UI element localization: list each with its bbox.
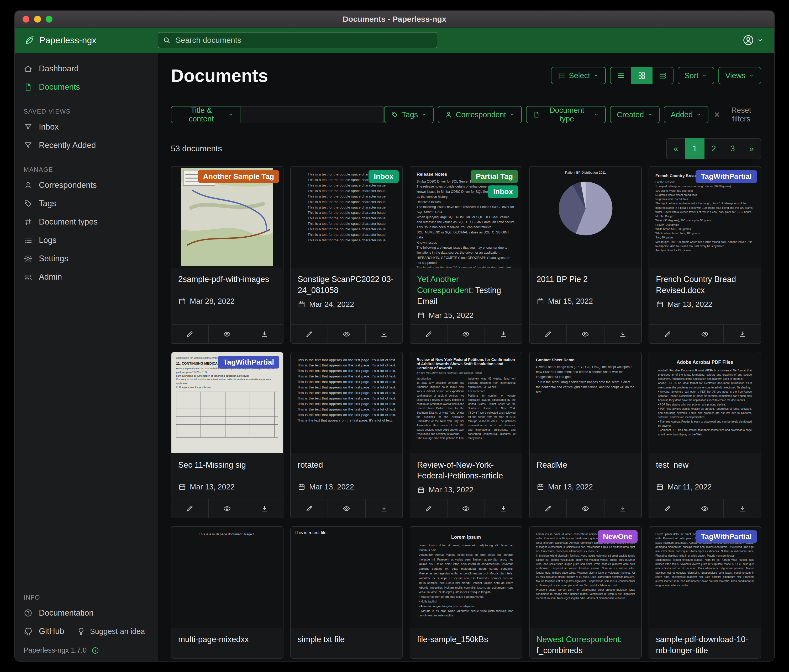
download-button[interactable] — [246, 325, 283, 343]
document-thumbnail[interactable]: Lorem ipsum Lorem ipsum dolor sit amet, … — [410, 527, 522, 628]
page-prev-button[interactable]: « — [666, 138, 685, 159]
document-title[interactable]: French Country Bread Revised.docx — [649, 268, 761, 298]
sidebar-item-github[interactable]: GitHub — [15, 622, 68, 640]
page-2-button[interactable]: 2 — [704, 138, 724, 159]
sidebar-item-documents[interactable]: Documents — [15, 78, 158, 96]
tag-badge[interactable]: TagWithPartial — [696, 170, 757, 183]
tag-badge[interactable]: Inbox — [488, 185, 518, 198]
document-thumbnail[interactable]: Contact Sheet Demo Given a set of image … — [530, 352, 641, 453]
filter-query-input[interactable] — [240, 106, 384, 123]
sidebar-item-tags[interactable]: Tags — [15, 194, 158, 213]
document-title[interactable]: Yet Another Correspondent: Testing Email — [410, 268, 522, 309]
edit-button[interactable] — [649, 325, 686, 343]
edit-button[interactable] — [291, 325, 327, 343]
brand[interactable]: Paperless-ngx — [15, 35, 158, 46]
document-thumbnail[interactable]: French Country Bread For the Leaven: 1 h… — [649, 167, 761, 268]
sidebar-item-recently-added[interactable]: Recently Added — [15, 136, 158, 154]
view-details-button[interactable] — [652, 67, 674, 84]
download-button[interactable] — [484, 325, 522, 343]
document-correspondent[interactable]: Newest Correspondent — [537, 635, 620, 644]
document-title[interactable]: Review-of-New-York-Federal-Petitions-art… — [410, 453, 522, 484]
zoom-window-button[interactable] — [46, 16, 53, 22]
document-title[interactable]: 2sample-pdf-with-images — [171, 268, 283, 295]
document-thumbnail[interactable]: Lorem ipsum dolor sit amet, consectetur … — [649, 527, 761, 628]
user-menu[interactable] — [742, 34, 774, 46]
close-window-button[interactable] — [22, 16, 29, 22]
tag-badge[interactable]: Inbox — [369, 170, 399, 183]
view-button[interactable] — [447, 499, 484, 518]
document-thumbnail[interactable]: Lorem ipsum dolor sit amet, consectetur … — [530, 527, 641, 628]
sidebar-item-document-types[interactable]: Document types — [15, 213, 158, 231]
edit-button[interactable] — [410, 499, 447, 518]
edit-button[interactable] — [410, 325, 447, 343]
edit-button[interactable] — [171, 499, 208, 518]
sidebar-item-dashboard[interactable]: Dashboard — [15, 59, 158, 78]
page-3-button[interactable]: 3 — [723, 138, 742, 159]
document-title[interactable]: rotated — [291, 453, 402, 481]
sidebar-item-correspondents[interactable]: Correspondents — [15, 176, 158, 194]
select-button[interactable]: Select — [551, 67, 606, 84]
view-button[interactable] — [327, 325, 365, 343]
minimize-window-button[interactable] — [34, 16, 41, 22]
download-button[interactable] — [604, 325, 641, 343]
download-button[interactable] — [484, 499, 522, 518]
edit-button[interactable] — [530, 325, 566, 343]
page-next-button[interactable]: » — [742, 138, 761, 159]
view-button[interactable] — [686, 499, 723, 518]
tag-badge[interactable]: Another Sample Tag — [198, 170, 279, 183]
document-thumbnail[interactable]: Review of New York Federal Petitions for… — [410, 352, 522, 453]
document-thumbnail[interactable]: This is a test for the double space char… — [291, 167, 402, 268]
document-title[interactable]: Newest Correspondent: f_combineds — [530, 628, 641, 658]
edit-button[interactable] — [171, 325, 208, 343]
document-correspondent[interactable]: Yet Another Correspondent — [417, 275, 471, 295]
document-title[interactable]: 2011 BP Pie 2 — [530, 268, 641, 295]
document-thumbnail[interactable]: Another Sample Tag — [171, 167, 283, 268]
tag-badge[interactable]: Partial Tag — [471, 170, 518, 183]
sidebar-item-inbox[interactable]: Inbox — [15, 118, 158, 136]
filter-title-content-button[interactable]: Title & content — [171, 106, 240, 123]
view-grid-button[interactable] — [631, 67, 653, 84]
view-button[interactable] — [327, 499, 365, 518]
view-button[interactable] — [566, 499, 604, 518]
view-button[interactable] — [208, 325, 245, 343]
document-title[interactable]: test_new — [649, 453, 761, 481]
edit-button[interactable] — [291, 499, 327, 518]
document-thumbnail[interactable]: Patient BP Distribution 2011 — [530, 167, 641, 268]
sidebar-item-settings[interactable]: Settings — [15, 250, 158, 268]
view-list-button[interactable] — [610, 67, 631, 84]
sort-button[interactable]: Sort — [678, 67, 714, 84]
filter-correspondent-button[interactable]: Correspondent — [438, 106, 522, 123]
sidebar-item-logs[interactable]: Logs — [15, 231, 158, 250]
view-button[interactable] — [686, 325, 723, 343]
view-button[interactable] — [447, 325, 484, 343]
view-button[interactable] — [208, 499, 245, 518]
views-button[interactable]: Views — [719, 67, 761, 84]
download-button[interactable] — [365, 325, 402, 343]
document-title[interactable]: simple txt file — [291, 628, 402, 655]
download-button[interactable] — [604, 499, 641, 518]
page-1-button[interactable]: 1 — [685, 138, 704, 159]
filter-added-button[interactable]: Added — [664, 106, 708, 123]
reset-filters-button[interactable]: × Reset filters — [712, 106, 761, 124]
document-title[interactable]: multi-page-mixedxx — [171, 628, 283, 655]
download-button[interactable] — [365, 499, 402, 518]
info-circle-icon[interactable] — [91, 647, 99, 654]
sidebar-item-documentation[interactable]: Documentation — [15, 604, 158, 622]
tag-badge[interactable]: TagWithPartial — [696, 530, 757, 543]
download-button[interactable] — [246, 499, 283, 518]
edit-button[interactable] — [530, 499, 566, 518]
sidebar-item-admin[interactable]: Admin — [15, 268, 158, 286]
document-title[interactable]: Sonstige ScanPC2022 03-24_081058 — [291, 268, 402, 298]
filter-created-button[interactable]: Created — [610, 106, 660, 123]
document-thumbnail[interactable]: Release Notes Simba ODBC Driver for SQL … — [410, 167, 522, 268]
sidebar-item-suggest-idea[interactable]: Suggest an idea — [68, 623, 149, 640]
view-button[interactable] — [566, 325, 604, 343]
document-title[interactable]: sample-pdf-download-10-mb-longer-title — [649, 628, 761, 658]
document-thumbnail[interactable]: This is a test file. — [291, 527, 402, 628]
tag-badge[interactable]: TagWithPartial — [218, 356, 279, 368]
document-thumbnail[interactable]: This is the text that appears on the fir… — [291, 352, 402, 453]
filter-document-type-button[interactable]: Document type — [526, 106, 606, 123]
document-thumbnail[interactable]: Application for Medical Staff Membership… — [171, 352, 283, 453]
tag-badge[interactable]: NewOne — [598, 530, 637, 543]
document-thumbnail[interactable]: Adobe Acrobat PDF Files Adobe® Portable … — [649, 352, 761, 453]
